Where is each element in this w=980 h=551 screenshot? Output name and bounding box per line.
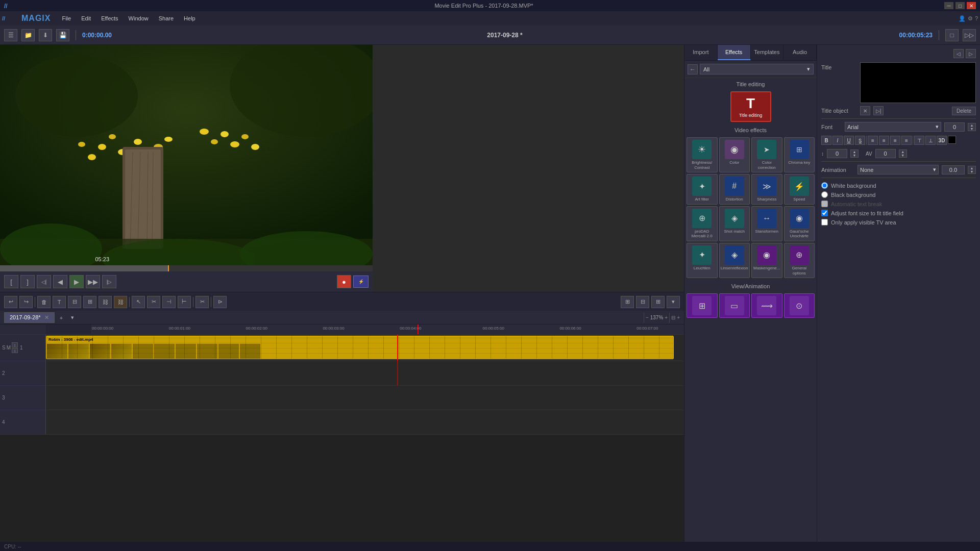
track-fx1-btn[interactable]: ↕ [12,342,18,347]
marker-button[interactable]: ⊳ [213,296,227,308]
tl-extra-btn2[interactable]: + [677,315,680,320]
title-obj-btn2[interactable]: ▷| [873,106,884,115]
black-bg-radio[interactable] [821,191,828,198]
panel-collapse-btn[interactable]: ◁ [953,49,964,58]
view-anim-item-3[interactable]: ⟿ [751,293,782,318]
valign-mid-btn[interactable]: ⊥ [925,136,936,145]
menu-edit[interactable]: Edit [76,13,96,23]
undo-button[interactable]: ↩ [4,296,17,308]
close-button[interactable]: ✕ [967,2,976,9]
unlink-button[interactable]: ⛓ [114,296,127,308]
select-button[interactable]: ↖ [132,296,145,308]
track-content-3[interactable] [46,386,684,410]
toolbar-menu-btn[interactable]: ☰ [4,29,17,41]
next-frame-button[interactable]: ▶▶ [86,275,100,288]
record-button[interactable]: ● [337,275,351,288]
animation-num-input[interactable]: 0.0 [942,165,965,174]
effect-prodad[interactable]: ⊕ proDADMercalli 2.0 [687,206,718,241]
menu-effects[interactable]: Effects [96,13,123,23]
title-input-box[interactable] [860,62,976,103]
effect-color[interactable]: ◉ Color [719,137,750,172]
menu-help[interactable]: Help [179,13,201,23]
tab-add-btn[interactable]: + [57,314,66,322]
back-button[interactable]: ← [688,64,698,74]
align-left-btn[interactable]: ≡ [868,136,878,145]
spacing-input[interactable]: 0 [827,149,847,158]
track-content-2[interactable] [46,361,684,385]
panel-expand-btn[interactable]: ▷ [966,49,976,58]
maximize-button[interactable]: □ [955,2,965,9]
timeline-ruler[interactable]: 00:00:00:00 00:00:01:00 00:00:02:00 00:0… [0,324,684,335]
tab-dropdown-btn[interactable]: ▾ [68,313,77,322]
toolbar-open-btn[interactable]: 📁 [21,29,35,41]
title-button[interactable]: T [53,296,66,308]
spacing-spinner[interactable]: ▲ ▼ [850,149,859,158]
effect-sharpness[interactable]: ≫ Sharpness [751,174,782,205]
track-content-1[interactable]: Robin - 3908 - edit.mp4 [46,335,684,361]
format-underline-btn[interactable]: U [844,136,854,145]
split-button[interactable]: ⊣ [162,296,176,308]
live-rec-button[interactable]: ⚡ [353,276,369,288]
tab-close-btn[interactable]: ✕ [44,314,49,320]
animation-select[interactable]: None ▾ [857,165,939,174]
track-content-4[interactable] [46,410,684,434]
anim-num-spinner[interactable]: ▲ ▼ [968,166,976,174]
tab-effects[interactable]: Effects [718,45,751,60]
font-size-input[interactable]: 0 [944,122,965,132]
toolbar-extra-btn[interactable]: □ [945,29,959,41]
effect-color-correction[interactable]: ➤ Colorcorrection [751,137,782,172]
effect-leuchten[interactable]: ✦ Leuchten [687,243,718,278]
align-justify-btn[interactable]: ≡ [901,136,912,145]
effect-linsen[interactable]: ◈ Linsenreflexion [719,243,750,278]
title-editing-button[interactable]: T Title editing [730,91,771,122]
effect-transform[interactable]: ↔ Stansformen [751,206,782,241]
tab-audio[interactable]: Audio [783,45,817,60]
effect-distortion[interactable]: # Distortion [719,174,750,205]
view-anim-item-1[interactable]: ⊞ [687,293,718,318]
effect-masken[interactable]: ◉ Maskengene... [751,243,782,278]
community-icon[interactable]: 👤 [959,15,966,22]
effect-art-filter[interactable]: ✦ Art filter [687,174,718,205]
snap-button[interactable]: ⊟ [68,296,81,308]
effect-general[interactable]: ⊕ Generaloptions [784,243,815,278]
toolbar-skip-btn[interactable]: ▷▷ [963,29,976,41]
in-point-button[interactable]: [ [4,275,18,288]
delete-button[interactable]: 🗑 [37,296,51,308]
format-italic-btn[interactable]: I [832,136,843,145]
view-btn4[interactable]: ▾ [667,296,680,308]
group-button[interactable]: ⊞ [83,296,96,308]
toolbar-import-btn[interactable]: ⬇ [39,29,52,41]
view-anim-item-4[interactable]: ⊙ [784,293,815,318]
menu-window[interactable]: Window [124,13,154,23]
effect-shot-match[interactable]: ◈ Shot match [719,206,750,241]
seekbar[interactable] [0,265,373,271]
color-picker-btn[interactable] [948,136,956,144]
format-shadow-btn[interactable]: S̲ [855,136,865,145]
minimize-button[interactable]: ─ [944,2,953,9]
font-size-spinner[interactable]: ▲ ▼ [968,123,976,131]
av-spinner[interactable]: ▲ ▼ [899,149,907,158]
valign-top-btn[interactable]: ⊤ [914,136,924,145]
effect-speed[interactable]: ⚡ Speed [784,174,815,205]
redo-button[interactable]: ↪ [19,296,33,308]
av-input[interactable]: 0 [875,149,896,158]
trim-button[interactable]: ✂ [147,296,160,308]
title-obj-btn1[interactable]: ✕ [860,106,870,115]
title-preview-box[interactable] [860,62,976,103]
font-select[interactable]: Arial ▾ [845,122,941,132]
visible-tv-checkbox[interactable] [821,219,828,226]
settings-icon[interactable]: ⚙ [968,15,973,22]
align-center-btn[interactable]: ≡ [879,136,889,145]
auto-break-checkbox[interactable] [821,201,828,207]
tab-templates[interactable]: Templates [751,45,784,60]
trim2-button[interactable]: ⊢ [178,296,191,308]
align-right-btn[interactable]: ≡ [890,136,900,145]
view-anim-item-2[interactable]: ▭ [719,293,750,318]
effect-brightness[interactable]: ☀ Brightness/Contrast [687,137,718,172]
white-bg-radio[interactable] [821,182,828,189]
track-fx2-btn[interactable]: ↕ [12,348,18,353]
delete-button[interactable]: Delete [952,107,976,115]
adjust-font-checkbox[interactable] [821,210,828,216]
view-btn3[interactable]: ⊞ [651,296,665,308]
view-btn1[interactable]: ⊞ [621,296,634,308]
